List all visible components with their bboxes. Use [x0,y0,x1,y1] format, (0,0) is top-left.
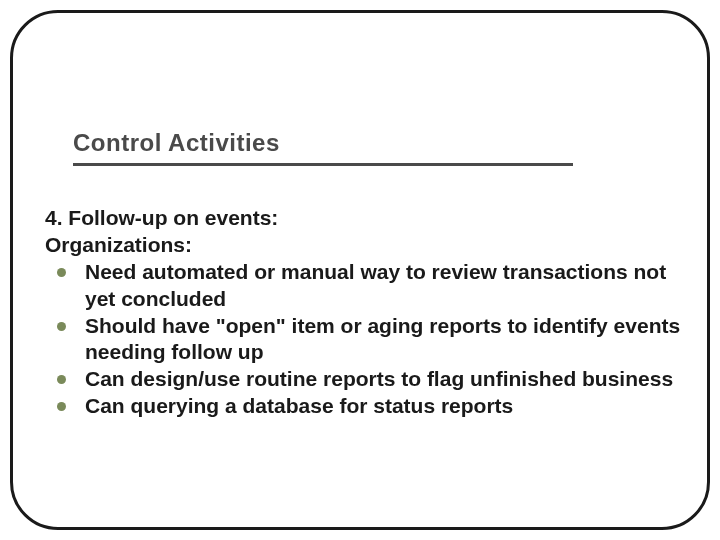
bullet-list: Need automated or manual way to review t… [45,259,685,420]
slide-frame: Control Activities 4. Follow-up on event… [10,10,710,530]
bullet-text: Should have "open" item or aging reports… [85,314,680,364]
bullet-text: Need automated or manual way to review t… [85,260,666,310]
content-heading: 4. Follow-up on events: [45,205,685,232]
list-item: Can querying a database for status repor… [51,393,685,420]
title-block: Control Activities [73,129,573,166]
list-item: Need automated or manual way to review t… [51,259,685,313]
content-subheading: Organizations: [45,232,685,259]
list-item: Should have "open" item or aging reports… [51,313,685,367]
title-underline [73,163,573,166]
list-item: Can design/use routine reports to flag u… [51,366,685,393]
content-block: 4. Follow-up on events: Organizations: N… [45,205,685,420]
slide-title: Control Activities [73,129,573,163]
bullet-text: Can querying a database for status repor… [85,394,513,417]
bullet-text: Can design/use routine reports to flag u… [85,367,673,390]
